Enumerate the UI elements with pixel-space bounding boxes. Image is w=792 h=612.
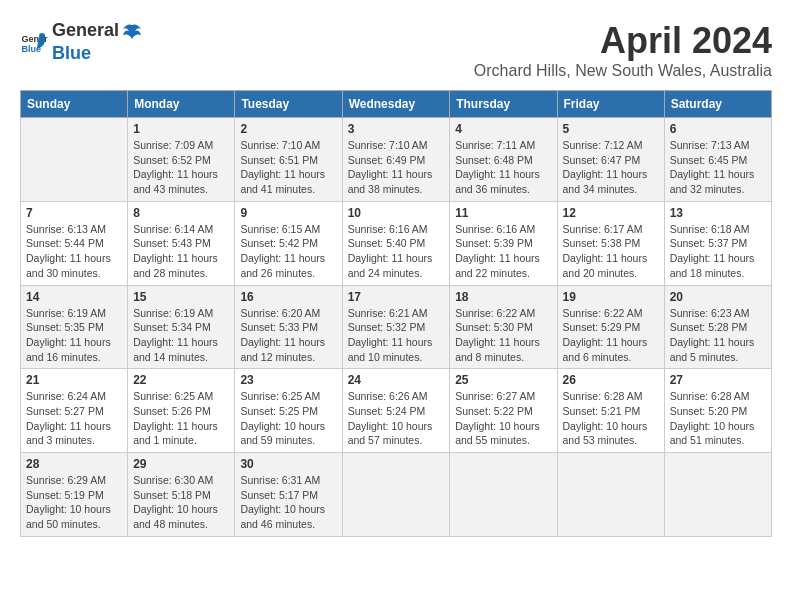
calendar-week-row: 7Sunrise: 6:13 AM Sunset: 5:44 PM Daylig… xyxy=(21,201,772,285)
title-block: April 2024 Orchard Hills, New South Wale… xyxy=(474,20,772,80)
day-number: 17 xyxy=(348,290,445,304)
calendar-cell: 16Sunrise: 6:20 AM Sunset: 5:33 PM Dayli… xyxy=(235,285,342,369)
calendar-cell: 30Sunrise: 6:31 AM Sunset: 5:17 PM Dayli… xyxy=(235,453,342,537)
day-number: 5 xyxy=(563,122,659,136)
day-number: 24 xyxy=(348,373,445,387)
calendar-cell: 29Sunrise: 6:30 AM Sunset: 5:18 PM Dayli… xyxy=(128,453,235,537)
day-info: Sunrise: 6:17 AM Sunset: 5:38 PM Dayligh… xyxy=(563,222,659,281)
month-title: April 2024 xyxy=(474,20,772,62)
calendar-cell: 5Sunrise: 7:12 AM Sunset: 6:47 PM Daylig… xyxy=(557,118,664,202)
day-info: Sunrise: 6:21 AM Sunset: 5:32 PM Dayligh… xyxy=(348,306,445,365)
day-number: 4 xyxy=(455,122,551,136)
calendar-cell xyxy=(450,453,557,537)
day-info: Sunrise: 6:19 AM Sunset: 5:35 PM Dayligh… xyxy=(26,306,122,365)
logo-icon: General Blue xyxy=(20,28,48,56)
calendar-cell: 27Sunrise: 6:28 AM Sunset: 5:20 PM Dayli… xyxy=(664,369,771,453)
calendar-cell: 21Sunrise: 6:24 AM Sunset: 5:27 PM Dayli… xyxy=(21,369,128,453)
calendar-cell: 12Sunrise: 6:17 AM Sunset: 5:38 PM Dayli… xyxy=(557,201,664,285)
calendar-cell: 9Sunrise: 6:15 AM Sunset: 5:42 PM Daylig… xyxy=(235,201,342,285)
day-info: Sunrise: 6:13 AM Sunset: 5:44 PM Dayligh… xyxy=(26,222,122,281)
day-number: 1 xyxy=(133,122,229,136)
day-info: Sunrise: 6:26 AM Sunset: 5:24 PM Dayligh… xyxy=(348,389,445,448)
day-info: Sunrise: 6:29 AM Sunset: 5:19 PM Dayligh… xyxy=(26,473,122,532)
day-info: Sunrise: 6:23 AM Sunset: 5:28 PM Dayligh… xyxy=(670,306,766,365)
day-info: Sunrise: 6:30 AM Sunset: 5:18 PM Dayligh… xyxy=(133,473,229,532)
day-number: 20 xyxy=(670,290,766,304)
day-number: 3 xyxy=(348,122,445,136)
day-number: 23 xyxy=(240,373,336,387)
svg-text:Blue: Blue xyxy=(21,44,41,54)
weekday-header-thursday: Thursday xyxy=(450,91,557,118)
day-number: 16 xyxy=(240,290,336,304)
weekday-header-wednesday: Wednesday xyxy=(342,91,450,118)
calendar-cell: 22Sunrise: 6:25 AM Sunset: 5:26 PM Dayli… xyxy=(128,369,235,453)
calendar-cell: 2Sunrise: 7:10 AM Sunset: 6:51 PM Daylig… xyxy=(235,118,342,202)
weekday-header-row: SundayMondayTuesdayWednesdayThursdayFrid… xyxy=(21,91,772,118)
logo-general: General xyxy=(52,20,119,40)
day-number: 22 xyxy=(133,373,229,387)
day-number: 12 xyxy=(563,206,659,220)
calendar-cell: 13Sunrise: 6:18 AM Sunset: 5:37 PM Dayli… xyxy=(664,201,771,285)
day-info: Sunrise: 6:14 AM Sunset: 5:43 PM Dayligh… xyxy=(133,222,229,281)
calendar-cell: 25Sunrise: 6:27 AM Sunset: 5:22 PM Dayli… xyxy=(450,369,557,453)
calendar-cell: 4Sunrise: 7:11 AM Sunset: 6:48 PM Daylig… xyxy=(450,118,557,202)
day-number: 9 xyxy=(240,206,336,220)
calendar-cell: 10Sunrise: 6:16 AM Sunset: 5:40 PM Dayli… xyxy=(342,201,450,285)
location-title: Orchard Hills, New South Wales, Australi… xyxy=(474,62,772,80)
day-number: 25 xyxy=(455,373,551,387)
day-info: Sunrise: 6:22 AM Sunset: 5:30 PM Dayligh… xyxy=(455,306,551,365)
weekday-header-monday: Monday xyxy=(128,91,235,118)
calendar-cell xyxy=(21,118,128,202)
day-info: Sunrise: 6:15 AM Sunset: 5:42 PM Dayligh… xyxy=(240,222,336,281)
day-number: 15 xyxy=(133,290,229,304)
calendar-week-row: 28Sunrise: 6:29 AM Sunset: 5:19 PM Dayli… xyxy=(21,453,772,537)
day-number: 18 xyxy=(455,290,551,304)
day-info: Sunrise: 7:12 AM Sunset: 6:47 PM Dayligh… xyxy=(563,138,659,197)
day-info: Sunrise: 6:24 AM Sunset: 5:27 PM Dayligh… xyxy=(26,389,122,448)
day-number: 27 xyxy=(670,373,766,387)
day-number: 8 xyxy=(133,206,229,220)
weekday-header-sunday: Sunday xyxy=(21,91,128,118)
calendar-cell: 28Sunrise: 6:29 AM Sunset: 5:19 PM Dayli… xyxy=(21,453,128,537)
logo-blue: Blue xyxy=(52,43,91,63)
weekday-header-tuesday: Tuesday xyxy=(235,91,342,118)
day-info: Sunrise: 7:11 AM Sunset: 6:48 PM Dayligh… xyxy=(455,138,551,197)
day-info: Sunrise: 7:10 AM Sunset: 6:51 PM Dayligh… xyxy=(240,138,336,197)
day-info: Sunrise: 6:28 AM Sunset: 5:20 PM Dayligh… xyxy=(670,389,766,448)
calendar-cell: 14Sunrise: 6:19 AM Sunset: 5:35 PM Dayli… xyxy=(21,285,128,369)
calendar-cell: 23Sunrise: 6:25 AM Sunset: 5:25 PM Dayli… xyxy=(235,369,342,453)
calendar-week-row: 21Sunrise: 6:24 AM Sunset: 5:27 PM Dayli… xyxy=(21,369,772,453)
logo-bird-icon xyxy=(121,21,143,43)
day-info: Sunrise: 6:22 AM Sunset: 5:29 PM Dayligh… xyxy=(563,306,659,365)
day-info: Sunrise: 6:16 AM Sunset: 5:39 PM Dayligh… xyxy=(455,222,551,281)
day-info: Sunrise: 6:27 AM Sunset: 5:22 PM Dayligh… xyxy=(455,389,551,448)
calendar-cell: 15Sunrise: 6:19 AM Sunset: 5:34 PM Dayli… xyxy=(128,285,235,369)
day-number: 30 xyxy=(240,457,336,471)
calendar-cell: 26Sunrise: 6:28 AM Sunset: 5:21 PM Dayli… xyxy=(557,369,664,453)
day-info: Sunrise: 6:16 AM Sunset: 5:40 PM Dayligh… xyxy=(348,222,445,281)
day-info: Sunrise: 6:25 AM Sunset: 5:26 PM Dayligh… xyxy=(133,389,229,448)
calendar-cell xyxy=(664,453,771,537)
day-number: 28 xyxy=(26,457,122,471)
day-number: 6 xyxy=(670,122,766,136)
day-number: 26 xyxy=(563,373,659,387)
calendar-cell: 24Sunrise: 6:26 AM Sunset: 5:24 PM Dayli… xyxy=(342,369,450,453)
day-info: Sunrise: 6:20 AM Sunset: 5:33 PM Dayligh… xyxy=(240,306,336,365)
day-number: 14 xyxy=(26,290,122,304)
day-number: 29 xyxy=(133,457,229,471)
day-number: 11 xyxy=(455,206,551,220)
day-number: 7 xyxy=(26,206,122,220)
calendar-cell: 3Sunrise: 7:10 AM Sunset: 6:49 PM Daylig… xyxy=(342,118,450,202)
calendar-week-row: 14Sunrise: 6:19 AM Sunset: 5:35 PM Dayli… xyxy=(21,285,772,369)
logo-text: General Blue xyxy=(52,20,145,64)
day-info: Sunrise: 7:09 AM Sunset: 6:52 PM Dayligh… xyxy=(133,138,229,197)
calendar-cell: 18Sunrise: 6:22 AM Sunset: 5:30 PM Dayli… xyxy=(450,285,557,369)
day-number: 19 xyxy=(563,290,659,304)
calendar-cell: 17Sunrise: 6:21 AM Sunset: 5:32 PM Dayli… xyxy=(342,285,450,369)
calendar-cell: 19Sunrise: 6:22 AM Sunset: 5:29 PM Dayli… xyxy=(557,285,664,369)
calendar-cell: 20Sunrise: 6:23 AM Sunset: 5:28 PM Dayli… xyxy=(664,285,771,369)
day-info: Sunrise: 6:18 AM Sunset: 5:37 PM Dayligh… xyxy=(670,222,766,281)
calendar-cell xyxy=(342,453,450,537)
calendar-cell: 6Sunrise: 7:13 AM Sunset: 6:45 PM Daylig… xyxy=(664,118,771,202)
calendar-cell xyxy=(557,453,664,537)
